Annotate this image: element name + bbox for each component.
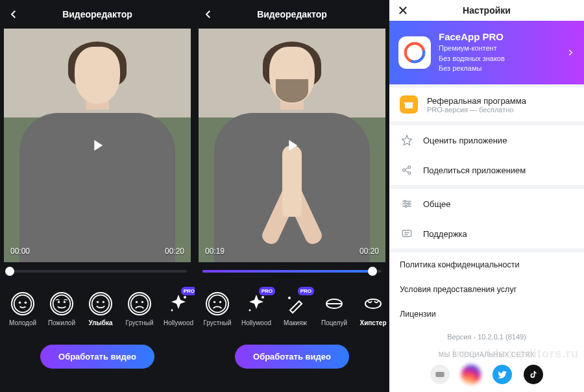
- svg-point-17: [219, 301, 221, 303]
- svg-point-0: [14, 295, 32, 313]
- svg-point-3: [53, 295, 71, 313]
- item-label: Поделиться приложением: [423, 165, 526, 175]
- chat-icon: [400, 227, 414, 241]
- rate-item[interactable]: Оценить приложение: [389, 125, 584, 155]
- sparkle-icon: [167, 292, 190, 315]
- star-icon: [400, 133, 414, 147]
- licenses-link[interactable]: Лицензии: [389, 302, 584, 326]
- filter-label: Пожилой: [48, 319, 75, 326]
- twitter-icon[interactable]: [493, 365, 512, 384]
- social-heading: МЫ В СОЦИАЛЬНЫХ СЕТЯХ: [389, 347, 584, 365]
- svg-point-9: [131, 295, 149, 313]
- filter-label: Макияж: [284, 319, 307, 326]
- video-preview[interactable]: 00:19 00:20: [199, 29, 385, 262]
- settings-panel: Настройки FaceApp PRO Премиум-контент Бе…: [389, 0, 584, 392]
- version-text: Версия - 10.2.0.1 (8149): [389, 326, 584, 347]
- filter-hipster[interactable]: Хипстер: [356, 292, 389, 326]
- svg-point-11: [141, 301, 143, 303]
- svg-rect-33: [435, 372, 444, 377]
- svg-point-7: [97, 301, 99, 303]
- svg-rect-25: [408, 103, 409, 108]
- item-label: Общее: [423, 199, 451, 209]
- svg-point-30: [408, 203, 410, 205]
- pro-banner[interactable]: FaceApp PRO Премиум-контент Без водяных …: [389, 21, 584, 84]
- terms-link[interactable]: Условия предоставления услуг: [389, 277, 584, 302]
- process-button[interactable]: Обработать видео: [40, 345, 154, 369]
- filter-young[interactable]: Молодой: [5, 292, 40, 326]
- young-icon: [11, 292, 34, 315]
- play-icon[interactable]: [88, 136, 106, 154]
- editor-panel-1: Видеоредактор 00:00 00:20 МолодойПожилой…: [0, 0, 195, 392]
- tiktok-icon[interactable]: [524, 365, 543, 384]
- old-icon: [50, 292, 73, 315]
- filter-makeup[interactable]: PROМакияж: [278, 292, 313, 326]
- svg-point-1: [19, 301, 21, 304]
- filter-strip[interactable]: ГрустныйPROHollywoodPROМакияжПоцелуйХипс…: [195, 276, 389, 333]
- chevron-right-icon: [566, 48, 575, 57]
- sad-icon: [206, 292, 229, 315]
- svg-point-6: [92, 295, 110, 313]
- svg-point-15: [209, 295, 226, 313]
- process-button[interactable]: Обработать видео: [235, 345, 349, 369]
- svg-point-12: [184, 296, 186, 299]
- share-icon: [400, 163, 414, 177]
- filter-label: Грустный: [125, 319, 153, 326]
- svg-point-16: [213, 301, 215, 303]
- svg-point-10: [136, 301, 138, 303]
- filter-label: Хипстер: [360, 319, 387, 326]
- filter-sad[interactable]: Грустный: [122, 292, 157, 326]
- progress-slider[interactable]: [8, 270, 187, 273]
- pro-title: FaceApp PRO: [439, 31, 558, 42]
- svg-point-5: [64, 301, 66, 303]
- youtube-icon[interactable]: [430, 365, 450, 384]
- svg-point-2: [25, 301, 27, 304]
- instagram-icon[interactable]: [461, 365, 481, 384]
- smile-icon: [89, 292, 112, 315]
- makeup-icon: [284, 292, 307, 315]
- referral-item[interactable]: Реферальная программа PRO-версия — беспл…: [389, 88, 584, 121]
- svg-point-4: [58, 301, 60, 303]
- play-icon[interactable]: [283, 136, 301, 154]
- filter-old[interactable]: Пожилой: [44, 292, 79, 326]
- header: Видеоредактор: [195, 0, 389, 29]
- time-current: 00:00: [10, 247, 30, 256]
- back-button[interactable]: [8, 8, 19, 20]
- general-item[interactable]: Общее: [389, 189, 584, 219]
- back-button[interactable]: [202, 8, 214, 20]
- filter-label: Улыбка: [88, 319, 112, 326]
- filter-label: Молодой: [9, 319, 36, 326]
- item-label: Поддержка: [423, 229, 467, 239]
- svg-point-13: [171, 310, 173, 312]
- page-title: Видеоредактор: [257, 9, 327, 19]
- support-item[interactable]: Поддержка: [389, 219, 584, 249]
- sad-icon: [128, 292, 151, 315]
- editor-panel-2: Видеоредактор 00:19 00:20 ГрустныйPROHol…: [195, 0, 389, 392]
- svg-point-29: [404, 201, 406, 202]
- filter-label: Поцелуй: [321, 319, 347, 326]
- sliders-icon: [400, 197, 414, 211]
- filter-sparkle[interactable]: PROHollywood: [161, 292, 195, 326]
- header: Видеоредактор: [0, 0, 195, 29]
- filter-sparkle[interactable]: PROHollywood: [239, 292, 274, 326]
- hipster-icon: [361, 292, 385, 315]
- faceapp-logo-icon: [398, 36, 431, 69]
- page-title: Видеоредактор: [62, 9, 132, 19]
- progress-slider[interactable]: [202, 270, 382, 273]
- filter-label: Hollywood: [241, 319, 271, 326]
- svg-point-31: [405, 205, 407, 207]
- kiss-icon: [322, 292, 346, 315]
- share-item[interactable]: Поделиться приложением: [389, 155, 584, 185]
- filter-smile[interactable]: Улыбка: [83, 292, 118, 326]
- filter-label: Грустный: [203, 319, 231, 326]
- social-links: [389, 365, 584, 392]
- header: Настройки: [389, 0, 584, 21]
- filter-sad[interactable]: Грустный: [200, 292, 235, 326]
- svg-point-8: [103, 301, 104, 303]
- filter-label: Hollywood: [164, 319, 193, 326]
- privacy-link[interactable]: Политика конфиденциальности: [389, 252, 584, 277]
- close-button[interactable]: [397, 5, 409, 16]
- filter-kiss[interactable]: Поцелуй: [317, 292, 352, 326]
- filter-strip[interactable]: МолодойПожилойУлыбкаГрустныйPROHollywood…: [0, 276, 195, 333]
- video-preview[interactable]: 00:00 00:20: [4, 29, 191, 262]
- svg-point-18: [262, 296, 264, 299]
